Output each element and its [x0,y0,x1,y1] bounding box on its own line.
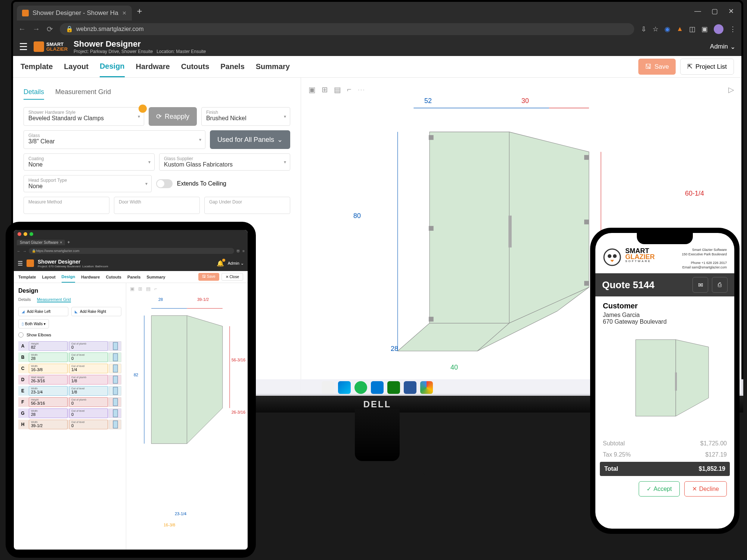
subtab-measurement-grid[interactable]: Measurement Grid [55,85,111,100]
reapply-button[interactable]: ⟳ Reapply [149,107,197,126]
tab-close-icon[interactable]: ✕ [122,10,127,16]
taskbar-spotify-icon[interactable] [354,381,367,394]
taskbar-chrome-icon[interactable] [420,381,433,394]
new-tab-icon[interactable]: + [65,240,72,245]
reload-icon[interactable]: ⟳ [47,25,53,34]
minimize-icon[interactable] [24,232,27,236]
cube-icon[interactable]: ▣ [309,85,316,94]
side-diagram-icon[interactable] [109,397,121,407]
ext4-icon[interactable]: ▣ [701,25,708,33]
bookmark-icon[interactable]: ☆ [653,25,658,33]
hardware-style-field[interactable]: Shower Hardware Style Beveled Standard w… [24,107,144,126]
head-support-field[interactable]: Head Support Type None ▾ [24,175,152,192]
grid-icon[interactable]: ⊞ [138,286,142,292]
side-diagram-icon[interactable] [109,420,121,429]
measure-offset-field[interactable]: Out of plumb0 [69,397,108,407]
tab-layout[interactable]: Layout [64,57,89,77]
measure-method-field[interactable]: Measure Method [24,197,109,214]
side-diagram-icon[interactable] [109,364,121,373]
shield-icon[interactable]: ⛨ [236,249,240,253]
angle-icon[interactable]: ⌐ [347,85,351,94]
profile-avatar-icon[interactable] [714,24,723,34]
measure-offset-field[interactable]: Out of level1/8 [69,386,108,396]
measure-value-field[interactable]: Height56-3/16 [29,397,68,407]
taskbar-explorer-icon[interactable] [322,381,334,394]
finish-field[interactable]: Finish Brushed Nickel ▾ [201,107,290,126]
tab-summary[interactable]: Summary [256,57,290,77]
tab-layout[interactable]: Layout [42,272,55,282]
back-icon[interactable]: ← [18,25,26,33]
measure-offset-field[interactable]: Out of plumb0 [69,341,108,351]
tablet-user-menu[interactable]: Admin ⌄ [228,261,244,266]
gap-under-door-field[interactable]: Gap Under Door [204,197,290,214]
tab-cutouts[interactable]: Cutouts [106,272,121,282]
subtab-details[interactable]: Details [24,85,44,100]
project-list-button[interactable]: ⇱ Project List [680,59,734,75]
browser-tab[interactable]: Shower Designer - Shower Ha ✕ [17,6,132,21]
play-icon[interactable]: ▷ [728,85,734,94]
cube-icon[interactable]: ▣ [130,286,134,292]
email-button[interactable]: ✉ [692,277,708,293]
door-width-field[interactable]: Door Width [114,197,200,214]
tablet-url-input[interactable]: 🔒 https://www.smartglazier.com [29,248,234,254]
ext3-icon[interactable]: ◫ [689,25,695,33]
coating-field[interactable]: Coating None ▾ [24,153,155,171]
side-diagram-icon[interactable] [109,386,121,396]
ext2-icon[interactable]: ▲ [676,25,683,33]
tab-hardware[interactable]: Hardware [81,272,100,282]
forward-icon[interactable]: → [32,25,40,33]
show-elbows-toggle[interactable]: Show Elbows [18,332,121,337]
ext1-icon[interactable]: ◉ [664,25,670,33]
dash-icon[interactable]: ⋯ [357,85,365,94]
measure-value-field[interactable]: Width23-1/4 [29,386,68,396]
tab-close-icon[interactable]: × [60,240,62,245]
measure-offset-field[interactable]: Out of level0 [69,420,108,429]
add-rake-right-button[interactable]: ◣Add Rake Right [71,307,121,316]
tab-design[interactable]: Design [62,271,75,283]
hamburger-icon[interactable]: ☰ [18,260,23,267]
user-menu[interactable]: Admin ⌄ [710,43,735,51]
measure-offset-field[interactable]: Out of plumb1/8 [69,375,108,385]
tab-template[interactable]: Template [21,57,53,77]
tab-summary[interactable]: Summary [146,272,165,282]
menu-icon[interactable]: ⋮ [729,25,736,33]
tab-panels[interactable]: Panels [220,57,244,77]
glass-field[interactable]: Glass 3/8" Clear ▾ [24,130,205,149]
accept-button[interactable]: ✓Accept [639,481,680,497]
tab-template[interactable]: Template [18,272,36,282]
tablet-save-button[interactable]: 🖫 Save [198,273,219,281]
tab-panels[interactable]: Panels [127,272,140,282]
install-icon[interactable]: ⇩ [641,25,647,33]
taskbar-outlook-icon[interactable] [371,381,384,394]
bell-icon[interactable]: 🔔 [217,260,224,267]
measure-value-field[interactable]: Wall Height26-3/16 [29,375,68,385]
taskbar-excel-icon[interactable] [387,381,400,394]
new-tab-icon[interactable]: + [132,6,148,16]
measure-value-field[interactable]: Width28 [29,408,68,418]
add-rake-left-button[interactable]: ◢Add Rake Left [18,307,68,316]
side-diagram-icon[interactable] [109,408,121,418]
tab-hardware[interactable]: Hardware [136,57,170,77]
measure-offset-field[interactable]: Out of level1/4 [69,364,108,373]
maximize-icon[interactable] [30,232,33,236]
tablet-subtab-details[interactable]: Details [18,297,31,302]
decline-button[interactable]: ✕Decline [684,481,727,497]
measure-value-field[interactable]: Width16-3/8 [29,364,68,373]
tab-design[interactable]: Design [100,56,125,77]
tab-cutouts[interactable]: Cutouts [181,57,210,77]
extends-ceiling-toggle[interactable] [156,179,173,188]
minimize-icon[interactable]: — [694,7,701,15]
used-all-panels-button[interactable]: Used for All Panels ⌄ [210,130,290,149]
tablet-browser-tab[interactable]: Smart Glazier Software × [17,240,65,245]
angle-icon[interactable]: ⌐ [154,286,157,292]
save-button[interactable]: 🖫 Save [638,59,676,75]
url-input[interactable]: 🔒 webnzb.smartglazier.com [60,23,634,35]
taskbar-teams-icon[interactable] [338,381,351,394]
side-diagram-icon[interactable] [109,375,121,385]
menu-icon[interactable]: ≡ [242,249,245,253]
measure-offset-field[interactable]: Out of level0 [69,352,108,362]
maximize-icon[interactable]: ▢ [712,7,718,15]
tablet-subtab-mgrid[interactable]: Measurement Grid [37,297,71,302]
back-icon[interactable]: ← [17,249,21,253]
print-button[interactable]: ⎙ [712,277,728,293]
